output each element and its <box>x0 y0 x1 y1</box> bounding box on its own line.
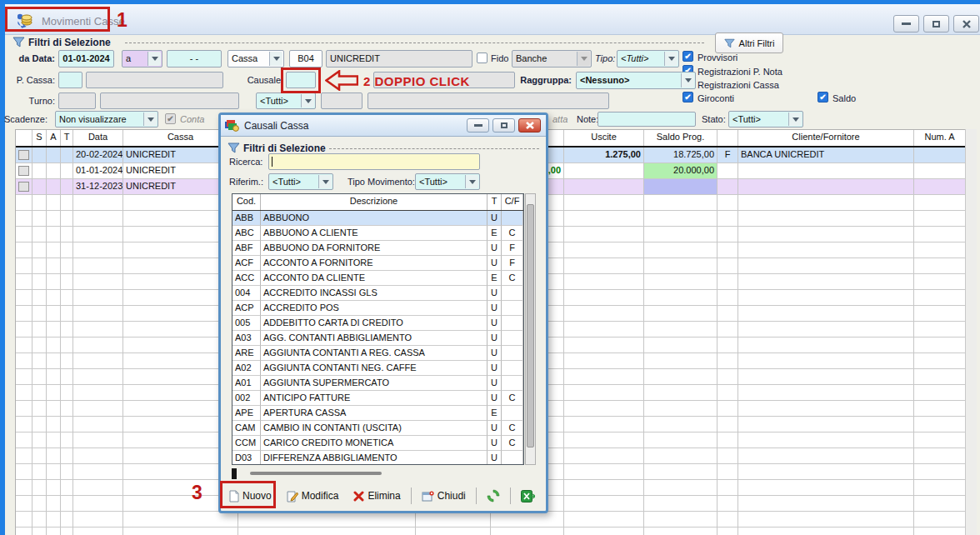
row-selector-cell <box>16 179 32 195</box>
tipo-movimento-dropdown[interactable]: <Tutti> <box>415 173 480 190</box>
saldo-checkbox[interactable]: ✔ <box>818 92 828 102</box>
elimina-button[interactable]: Elimina <box>348 487 405 505</box>
causale-row[interactable]: 005ADDEBITTO CARTA DI CREDITOU <box>232 316 523 331</box>
contabilita-checkbox[interactable]: ✔ <box>165 113 176 124</box>
cassa-type-dropdown[interactable]: Cassa <box>228 50 284 68</box>
row-select-checkbox[interactable] <box>18 166 29 176</box>
empty-cell <box>718 242 738 258</box>
causali-horizontal-scrollbar[interactable] <box>232 468 536 479</box>
ricerca-input[interactable] <box>268 153 480 170</box>
dialog-close-button[interactable] <box>518 118 541 132</box>
empty-cell <box>718 432 738 448</box>
close-button[interactable] <box>953 15 979 32</box>
empty-cell <box>914 242 965 258</box>
cell-cf: C <box>502 436 523 451</box>
empty-cell <box>718 306 738 322</box>
empty-cell <box>47 417 61 432</box>
chevron-down-icon[interactable] <box>664 52 678 66</box>
empty-cell <box>61 195 73 211</box>
causale-row[interactable]: CAMCAMBIO IN CONTANTI (USCITA)UC <box>232 421 523 436</box>
fido-checkbox[interactable] <box>477 52 488 63</box>
empty-cell <box>564 274 644 290</box>
a-period-dropdown[interactable]: a <box>122 50 162 68</box>
altri-filtri-button[interactable]: Altri Filtri <box>715 32 783 53</box>
raggruppa-dropdown[interactable]: <Nessuno> <box>576 72 696 89</box>
scrollbar-grip[interactable] <box>232 468 237 479</box>
chevron-down-icon[interactable] <box>681 73 694 88</box>
empty-cell <box>914 369 965 385</box>
tipo-dropdown[interactable]: <Tutti> <box>617 50 679 68</box>
cell-t: U <box>488 241 502 256</box>
cell-s <box>32 148 47 163</box>
cell-data: 20-02-2024 <box>73 148 123 163</box>
causale-row[interactable]: ABBABBUONOU <box>232 211 523 226</box>
scrollbar-thumb[interactable] <box>527 204 534 448</box>
chevron-down-icon[interactable] <box>269 52 282 66</box>
causale-row[interactable]: A01AGGIUNTA SUPERMERCATOU <box>232 376 523 391</box>
empty-cell <box>32 528 47 535</box>
causale-row[interactable]: ACCACCONTO DA CLIENTEEC <box>232 271 523 286</box>
scadenze-dropdown[interactable]: Non visualizzare <box>55 111 158 128</box>
chevron-down-icon[interactable] <box>465 175 478 188</box>
chevron-down-icon[interactable] <box>318 175 332 188</box>
provvisori-checkbox[interactable]: ✔ <box>682 51 693 62</box>
empty-cell <box>564 369 644 385</box>
causali-vertical-scrollbar[interactable] <box>525 193 536 465</box>
p-cassa-code-input[interactable] <box>58 72 82 88</box>
toolbar-separator <box>510 488 511 504</box>
banche-dropdown[interactable]: Banche <box>512 50 592 68</box>
da-data-label: da Data: <box>10 53 55 63</box>
cell-cf-flag <box>718 179 738 195</box>
causale-row[interactable]: ABFABBUONO DA FORNITOREUF <box>232 241 523 256</box>
row-select-checkbox[interactable] <box>18 150 29 160</box>
chiudi-button[interactable]: Chiudi <box>417 487 471 505</box>
cell-saldo-prog: 20.000,00 <box>644 163 718 179</box>
row-select-checkbox[interactable] <box>18 182 29 192</box>
chevron-down-icon[interactable] <box>143 112 157 126</box>
excel-export-icon <box>521 490 535 502</box>
empty-cell <box>914 512 965 528</box>
da-data-input[interactable]: 01-01-2024 <box>58 50 114 68</box>
chevron-down-icon[interactable] <box>301 94 314 108</box>
note-input[interactable] <box>598 112 696 127</box>
empty-cell <box>718 385 738 401</box>
causale-row[interactable]: A03AGG. CONTANTI ABBIGLIAMENTOU <box>232 331 523 346</box>
causale-row[interactable]: A02AGGIUNTA CONTANTI NEG. CAFFEU <box>232 361 523 376</box>
minimize-button[interactable] <box>893 15 919 32</box>
cell-descrizione: ACCONTO A FORNITORE <box>261 256 488 271</box>
causale-row[interactable]: ABCABBUONO A CLIENTEEC <box>232 226 523 241</box>
causale-row[interactable]: 002ANTICIPO FATTUREUC <box>232 391 523 406</box>
chevron-down-icon[interactable] <box>788 112 802 126</box>
cassa-code-input[interactable]: B04 <box>289 50 322 68</box>
excel-export-button[interactable] <box>516 487 540 506</box>
column-header: Cliente/Fornitore <box>738 130 914 146</box>
empty-cell <box>61 528 73 535</box>
chevron-down-icon[interactable] <box>148 52 161 66</box>
modifica-button[interactable]: Modifica <box>282 487 344 506</box>
maximize-button[interactable] <box>923 15 949 32</box>
refresh-button[interactable] <box>482 486 505 506</box>
dialog-titlebar[interactable]: Causali Cassa <box>221 115 546 137</box>
causale-row[interactable]: APEAPERTURA CASSAE <box>232 406 523 421</box>
cell-cod: D03 <box>232 451 261 465</box>
stato-dropdown[interactable]: <Tutti> <box>728 111 803 128</box>
a-data-input[interactable]: - - <box>167 50 222 68</box>
causale-row[interactable]: 004ACCREDITO INCASSI GLSU <box>232 286 523 301</box>
empty-cell <box>564 417 644 432</box>
empty-cell <box>718 211 738 227</box>
turno-tutti-dropdown[interactable]: <Tutti> <box>256 92 316 109</box>
empty-cell <box>914 227 965 242</box>
dialog-minimize-button[interactable] <box>467 118 489 132</box>
window-titlebar[interactable]: Movimenti Casse <box>5 4 980 35</box>
vertical-scrollbar[interactable] <box>965 129 977 535</box>
causale-row[interactable]: AREAGGIUNTA CONTANTI A REG. CASSAU <box>232 346 523 361</box>
causale-row[interactable]: D03DIFFERENZA ABBIGLIAMENTOU <box>232 451 523 465</box>
causale-row[interactable]: CCMCARICO CREDITO MONETICAUC <box>232 436 523 451</box>
giroconti-checkbox[interactable]: ✔ <box>682 92 693 102</box>
scrollbar-thumb[interactable] <box>250 472 382 475</box>
causale-row[interactable]: ACPACCREDITO POSU <box>232 301 523 316</box>
riferim-label: Riferim.: <box>229 177 263 187</box>
causale-row[interactable]: ACFACCONTO A FORNITOREUF <box>232 256 523 271</box>
dialog-maximize-button[interactable] <box>492 118 515 132</box>
riferim-dropdown[interactable]: <Tutti> <box>268 173 333 190</box>
